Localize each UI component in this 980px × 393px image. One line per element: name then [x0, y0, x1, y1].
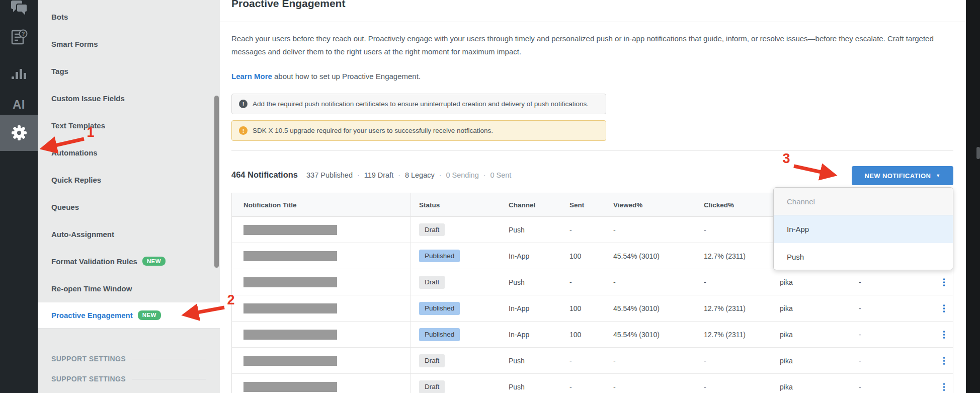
viewed-cell: - — [613, 357, 704, 365]
kebab-menu-icon[interactable] — [934, 295, 954, 322]
channel-cell: In-App — [509, 304, 569, 312]
created-by-cell: pika — [780, 278, 859, 286]
sidebar-item-proactive-engagement[interactable]: Proactive Engagement NEW — [38, 302, 220, 329]
status-cell: Published — [419, 302, 509, 315]
learn-more-line: Learn More about how to set up Proactive… — [231, 72, 421, 81]
status-badge: Published — [419, 302, 460, 315]
notifications-count: 464 Notifications — [231, 170, 298, 180]
notification-title-cell — [232, 382, 419, 392]
column-header-status: Status — [419, 201, 509, 209]
redacted-title-bar — [243, 225, 337, 235]
kebab-menu-icon[interactable] — [934, 374, 954, 393]
sidebar-item-auto-assignment[interactable]: Auto-Assignment — [38, 226, 220, 242]
status-cell: Draft — [419, 380, 509, 393]
sidebar-item-label: Format Validation Rules — [51, 257, 137, 266]
viewed-cell: 45.54% (3010) — [613, 331, 704, 339]
table-row[interactable]: Draft Push - - - pika - — [232, 374, 953, 393]
new-notification-button[interactable]: NEW NOTIFICATION ▼ — [852, 166, 953, 185]
sidebar-scrollbar-thumb[interactable] — [214, 96, 219, 268]
analytics-icon[interactable] — [0, 59, 38, 88]
stat-sending: 0 Sending — [446, 171, 478, 179]
sidebar-item-tags[interactable]: Tags — [38, 63, 220, 78]
notifications-stats: 464 Notifications 337 Published · 119 Dr… — [231, 170, 511, 180]
sent-cell: - — [569, 278, 613, 286]
kebab-menu-icon[interactable] — [934, 322, 954, 348]
extra-cell: - — [859, 304, 934, 312]
clicked-cell: 12.7% (2311) — [704, 331, 780, 339]
column-header-channel: Channel — [509, 201, 569, 209]
channel-cell: Push — [509, 278, 569, 286]
learn-more-link[interactable]: Learn More — [231, 72, 272, 81]
table-row[interactable]: Published In-App 100 45.54% (3010) 12.7%… — [232, 322, 953, 348]
intro-text: Reach your users before they reach out. … — [231, 32, 950, 58]
sidebar-item-custom-issue-fields[interactable]: Custom Issue Fields — [38, 91, 220, 106]
viewed-cell: - — [613, 383, 704, 391]
notification-title-cell — [232, 277, 419, 287]
stat-separator: · — [483, 171, 486, 179]
sidebar-item-reopen-time-window[interactable]: Re-open Time Window — [38, 281, 220, 296]
sidebar-item-queues[interactable]: Queues — [38, 199, 220, 214]
heading-rule — [132, 359, 206, 359]
faq-help-icon[interactable]: ? — [0, 23, 38, 51]
redacted-title-bar — [243, 330, 337, 340]
sidebar-item-label: Text Templates — [51, 121, 105, 130]
stat-draft: 119 Draft — [364, 171, 394, 179]
extra-cell: - — [859, 357, 934, 365]
sent-cell: - — [569, 226, 613, 234]
clicked-cell: - — [704, 357, 780, 365]
sidebar-item-label: Tags — [51, 67, 68, 75]
stat-separator: · — [357, 171, 360, 179]
viewed-cell: - — [613, 226, 704, 234]
sent-cell: - — [569, 383, 613, 391]
icon-rail: ? AI — [0, 0, 38, 393]
viewed-cell: - — [613, 278, 704, 286]
dropdown-item-push[interactable]: Push — [774, 243, 953, 270]
info-exclamation-icon: ! — [239, 100, 248, 108]
sdk-upgrade-banner: ! SDK X 10.5 upgrade required for your u… — [231, 120, 606, 141]
sidebar-item-bots[interactable]: Bots — [38, 9, 220, 24]
sidebar-item-label: Smart Forms — [51, 40, 98, 48]
dropdown-item-in-app[interactable]: In-App — [774, 215, 953, 243]
sent-cell: 100 — [569, 331, 613, 339]
sidebar-item-label: Quick Replies — [51, 176, 101, 184]
ai-icon-label: AI — [13, 98, 25, 112]
notification-title-cell — [232, 303, 419, 313]
sidebar-item-automations[interactable]: Automations — [38, 145, 220, 160]
redacted-title-bar — [243, 303, 337, 313]
sidebar-item-format-validation-rules[interactable]: Format Validation Rules NEW — [38, 254, 220, 269]
table-row[interactable]: Draft Push - - - pika - — [232, 269, 953, 295]
channel-cell: In-App — [509, 331, 569, 339]
notification-title-cell — [232, 330, 419, 340]
table-row[interactable]: Draft Push - - - pika - — [232, 348, 953, 374]
sidebar-item-smart-forms[interactable]: Smart Forms — [38, 36, 220, 51]
column-divider — [411, 193, 411, 393]
stat-published: 337 Published — [306, 171, 353, 179]
clicked-cell: 12.7% (2311) — [704, 252, 780, 260]
channel-cell: Push — [509, 226, 569, 234]
clicked-cell: 12.7% (2311) — [704, 304, 780, 312]
right-dark-strip — [966, 0, 980, 393]
redacted-title-bar — [243, 356, 337, 366]
new-notification-label: NEW NOTIFICATION — [864, 172, 931, 180]
clicked-cell: - — [704, 226, 780, 234]
channel-dropdown: Channel In-App Push — [773, 187, 953, 270]
proactive-engagement-page: ? AI Bots Smart — [0, 0, 980, 393]
kebab-menu-icon[interactable] — [934, 269, 954, 295]
sent-cell: 100 — [569, 252, 613, 260]
page-title: Proactive Engagement — [231, 0, 345, 10]
settings-gear-icon[interactable] — [0, 115, 38, 151]
chat-icon[interactable] — [0, 0, 38, 22]
status-badge: Draft — [419, 380, 445, 393]
stat-separator: · — [398, 171, 400, 179]
sidebar-item-text-templates[interactable]: Text Templates — [38, 118, 220, 133]
column-header-sent: Sent — [569, 201, 613, 209]
sent-cell: - — [569, 357, 613, 365]
sidebar-item-label: Auto-Assignment — [51, 230, 114, 239]
table-row[interactable]: Published In-App 100 45.54% (3010) 12.7%… — [232, 295, 953, 322]
svg-text:?: ? — [21, 31, 25, 37]
window-scrollbar-thumb[interactable] — [976, 147, 980, 159]
kebab-menu-icon[interactable] — [934, 348, 954, 374]
sidebar-item-quick-replies[interactable]: Quick Replies — [38, 172, 220, 187]
extra-cell: - — [859, 383, 934, 391]
channel-cell: In-App — [509, 252, 569, 260]
